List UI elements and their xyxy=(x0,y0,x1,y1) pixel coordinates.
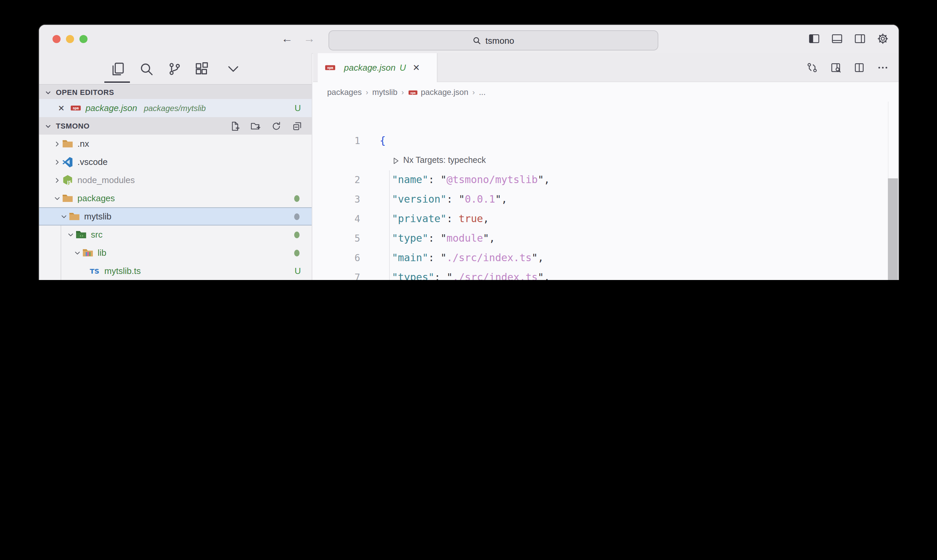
tree-item-mytslib.ts[interactable]: TSmytslib.tsU xyxy=(39,262,312,280)
vscode-icon xyxy=(62,156,73,168)
breadcrumb-text: package.json xyxy=(421,87,468,97)
more-actions-button[interactable] xyxy=(876,61,889,74)
ts-icon: TS xyxy=(89,265,100,277)
token: ./src/index.ts xyxy=(453,271,538,280)
open-editor-path: packages/mytslib xyxy=(144,103,206,113)
code-area[interactable]: 1{Nx Targets: typecheck2 "name": "@tsmon… xyxy=(313,102,899,280)
tree-item-label: mytslib.ts xyxy=(104,266,141,276)
folder-tan-icon xyxy=(62,192,73,204)
breadcrumb-item-packages[interactable]: packages xyxy=(327,87,362,97)
zoom-button[interactable] xyxy=(79,35,88,43)
modified-children-dot xyxy=(294,213,300,220)
tree-item-mytslib[interactable]: mytslib xyxy=(39,207,312,226)
toggle-primary-sidebar-button[interactable] xyxy=(807,32,820,45)
tree-item-label: .vscode xyxy=(77,157,108,167)
settings-button[interactable] xyxy=(876,32,889,45)
token: : xyxy=(447,193,459,205)
new-folder-button[interactable] xyxy=(248,119,262,132)
tree-item-packages[interactable]: packages xyxy=(39,189,312,207)
collapse-folders-button[interactable] xyxy=(290,119,303,132)
tab-label: package.json xyxy=(344,63,395,73)
npm-icon: npm xyxy=(325,62,336,73)
tab-dirty-badge: U xyxy=(400,63,406,73)
token: ", xyxy=(532,252,544,264)
title-bar[interactable]: ← → tsmono xyxy=(39,25,899,54)
play-icon xyxy=(392,157,400,165)
tab-package-json[interactable]: npm package.json U ✕ xyxy=(318,53,437,82)
tree-item-src[interactable]: ‹›src xyxy=(39,226,312,244)
workspace-label: TSMONO xyxy=(56,122,89,130)
codelens-nx-targets[interactable]: Nx Targets: typecheck xyxy=(313,151,486,170)
tree-item-label: mytslib xyxy=(84,211,111,222)
sidebar: OPEN EDITORS ✕ npm package.json packages… xyxy=(39,53,312,280)
chevron-down-icon xyxy=(45,122,52,129)
token: ", xyxy=(538,174,550,186)
token: "type" xyxy=(392,232,428,244)
forward-arrow-icon[interactable]: → xyxy=(303,32,315,46)
close-icon[interactable]: ✕ xyxy=(58,103,65,113)
code-line[interactable]: "version": "0.0.1", xyxy=(313,190,888,209)
activity-extensions[interactable] xyxy=(194,61,209,76)
close-icon[interactable]: ✕ xyxy=(412,63,420,73)
git-status-badge: U xyxy=(294,266,301,276)
token: , xyxy=(483,213,489,225)
minimize-button[interactable] xyxy=(66,35,74,43)
back-arrow-icon[interactable]: ← xyxy=(282,32,293,46)
npm-icon: npm xyxy=(408,87,418,97)
tree-item-.nx[interactable]: .nx xyxy=(39,135,312,153)
activity-more-views[interactable] xyxy=(226,61,240,76)
open-editors-header[interactable]: OPEN EDITORS xyxy=(39,84,312,100)
activity-source-control[interactable] xyxy=(167,61,182,76)
code-line[interactable]: "private": true, xyxy=(313,209,888,229)
open-preview-button[interactable] xyxy=(829,61,842,74)
breadcrumb-separator: › xyxy=(472,88,475,96)
title-actions xyxy=(807,32,889,45)
tab-bar: npm package.json U ✕ xyxy=(313,53,899,82)
split-editor-button[interactable] xyxy=(852,61,866,74)
tree-item-lib[interactable]: lib xyxy=(39,244,312,262)
open-changes-button[interactable] xyxy=(805,61,819,74)
breadcrumb-separator: › xyxy=(402,88,404,96)
tree-item-.vscode[interactable]: .vscode xyxy=(39,153,312,171)
code-line[interactable]: { xyxy=(313,131,888,151)
code-line[interactable]: "name": "@tsmono/mytslib", xyxy=(313,170,888,190)
breadcrumb-item-mytslib[interactable]: mytslib xyxy=(372,87,397,97)
tree-item-node_modules[interactable]: JSnode_modules xyxy=(39,171,312,189)
chevron-right-icon xyxy=(52,158,62,166)
close-button[interactable] xyxy=(52,35,61,43)
file-tree: .nx.vscodeJSnode_modulespackagesmytslib‹… xyxy=(39,135,312,280)
modified-children-dot xyxy=(294,195,300,202)
code-line[interactable]: "main": "./src/index.ts", xyxy=(313,248,888,268)
scrollbar-slider[interactable] xyxy=(888,178,898,280)
workspace-header[interactable]: TSMONO xyxy=(39,117,312,135)
refresh-explorer-button[interactable] xyxy=(269,119,283,132)
command-center-search[interactable]: tsmono xyxy=(328,30,659,51)
search-icon xyxy=(472,36,481,45)
toggle-secondary-sidebar-button[interactable] xyxy=(853,32,866,45)
breadcrumb-text: ... xyxy=(479,87,486,97)
code-line[interactable]: "type": "module", xyxy=(313,229,888,248)
token: ", xyxy=(483,232,495,244)
token: ./src/index.ts xyxy=(447,252,532,264)
token: ", xyxy=(538,271,550,280)
node-icon: JS xyxy=(62,174,73,186)
breadcrumb-item-[interactable]: ... xyxy=(479,87,486,97)
token: : xyxy=(428,252,440,264)
vscode-window: ← → tsmono OPEN EDITORS ✕ xyxy=(38,24,899,280)
code-line[interactable]: "types": "./src/index.ts", xyxy=(313,268,888,280)
toggle-panel-button[interactable] xyxy=(830,32,843,45)
token: 0.0.1 xyxy=(465,193,495,205)
new-file-button[interactable] xyxy=(228,119,241,132)
desktop: ← → tsmono OPEN EDITORS ✕ xyxy=(0,0,937,280)
open-editor-item[interactable]: ✕ npm package.json packages/mytslib U xyxy=(39,99,312,117)
svg-text:npm: npm xyxy=(327,66,333,70)
token: " xyxy=(440,232,447,244)
token: : xyxy=(434,271,447,280)
token: ", xyxy=(495,193,507,205)
breadcrumb-item-packagejson[interactable]: npmpackage.json xyxy=(408,87,468,97)
scrollbar-track[interactable] xyxy=(888,102,899,280)
svg-text:JS: JS xyxy=(67,180,72,185)
activity-explorer[interactable] xyxy=(110,61,125,76)
token: @tsmono/mytslib xyxy=(447,174,538,186)
activity-search[interactable] xyxy=(138,61,154,76)
